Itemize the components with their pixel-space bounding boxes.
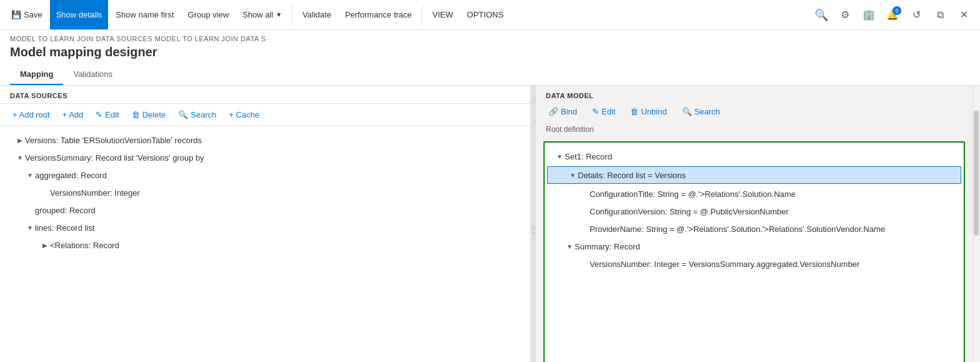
delete-label: Delete — [142, 110, 166, 119]
panel-splitter[interactable]: ⋮ — [531, 86, 536, 362]
tree-label: grouped: Record — [35, 206, 96, 215]
edit-button[interactable]: ✎ Edit — [93, 109, 121, 121]
validate-button[interactable]: Validate — [296, 0, 337, 29]
page-title: Model mapping designer — [10, 45, 970, 59]
dm-search-button[interactable]: 🔍 Search — [680, 106, 723, 118]
tree-row[interactable]: ConfigurationTitle: String = @.'>Relatio… — [545, 185, 964, 203]
tree-label: Details: Record list = Versions — [578, 171, 686, 180]
tree-toggle — [580, 189, 590, 199]
datasources-header: DATA SOURCES — [0, 86, 530, 104]
delete-button[interactable]: 🗑 Delete — [129, 109, 169, 121]
tree-toggle[interactable]: ▶ — [40, 240, 50, 250]
tree-label: ConfigurationTitle: String = @.'>Relatio… — [590, 189, 796, 199]
tree-row[interactable]: ▼ aggregated: Record — [0, 166, 530, 184]
show-details-label: Show details — [56, 10, 102, 19]
show-all-button[interactable]: Show all ▼ — [236, 0, 288, 29]
scrollbar-thumb — [974, 111, 979, 236]
show-name-first-button[interactable]: Show name first — [109, 0, 180, 29]
tab-validations[interactable]: Validations — [63, 64, 122, 85]
tree-row[interactable]: ▼ lines: Record list — [0, 219, 530, 236]
view-button[interactable]: VIEW — [426, 0, 459, 29]
edit-icon: ✎ — [96, 110, 102, 119]
office-button[interactable]: 🏢 — [858, 4, 880, 26]
tab-mapping[interactable]: Mapping — [10, 64, 63, 85]
bind-icon: 🔗 — [548, 107, 558, 116]
tree-toggle[interactable]: ▼ — [568, 170, 578, 180]
unbind-label: Unbind — [641, 107, 666, 116]
tree-toggle[interactable]: ▼ — [25, 223, 35, 233]
tree-row[interactable]: ▼ Summary: Record — [545, 238, 964, 255]
datasources-tree[interactable]: ▶ Versions: Table 'ERSolutionVersionTabl… — [0, 126, 530, 362]
notification-badge: 0 — [893, 6, 901, 15]
settings-button[interactable]: ⚙ — [834, 4, 856, 26]
delete-icon: 🗑 — [132, 110, 140, 119]
performance-trace-button[interactable]: Performance trace — [339, 0, 418, 29]
tree-label: <Relations: Record — [50, 241, 119, 250]
main-toolbar: 💾 Save Show details Show name first Grou… — [0, 0, 980, 30]
options-label: OPTIONS — [467, 10, 504, 19]
tree-row[interactable]: ProviderName: String = @.'>Relations'.So… — [545, 220, 964, 238]
add-button[interactable]: + Add — [60, 109, 86, 121]
search-icon: 🔍 — [814, 8, 828, 22]
view-label: VIEW — [432, 10, 453, 19]
datamodel-tree[interactable]: ▼ Set1: Record ▼ Details: Record list = … — [543, 141, 965, 362]
tree-label: Summary: Record — [575, 242, 640, 251]
popout-icon: ⧉ — [937, 9, 944, 21]
toolbar-separator-1 — [292, 6, 292, 24]
root-definition: Root definition — [536, 123, 973, 139]
main-content: DATA SOURCES + Add root + Add ✎ Edit 🗑 D… — [0, 86, 980, 362]
popout-button[interactable]: ⧉ — [929, 4, 951, 26]
tree-toggle[interactable]: ▼ — [555, 151, 565, 161]
tree-toggle[interactable]: ▼ — [565, 241, 575, 251]
tree-toggle — [580, 206, 590, 216]
search-label: Search — [695, 107, 720, 116]
tree-row[interactable]: VersionsNumber: Integer — [0, 184, 530, 201]
bind-button[interactable]: 🔗 Bind — [546, 106, 580, 118]
tree-row[interactable]: ▼ Set1: Record — [545, 148, 964, 165]
refresh-icon: ↺ — [913, 9, 921, 21]
unbind-button[interactable]: 🗑 Unbind — [628, 106, 669, 118]
tree-row[interactable]: VersionsNumber: Integer = VersionsSummar… — [545, 255, 964, 273]
search-toolbar-button[interactable]: 🔍 — [810, 4, 833, 26]
tree-row[interactable]: ▶ <Relations: Record — [0, 236, 530, 254]
edit-label: Edit — [105, 110, 119, 119]
add-label: + Add — [62, 110, 84, 119]
show-name-first-label: Show name first — [116, 10, 174, 19]
save-icon: 💾 — [11, 10, 21, 19]
cache-label: + Cache — [229, 110, 259, 119]
search-button[interactable]: 🔍 Search — [176, 109, 219, 121]
tree-toggle[interactable]: ▼ — [25, 170, 35, 180]
tree-label: VersionsNumber: Integer — [50, 188, 140, 198]
close-button[interactable]: ✕ — [953, 4, 975, 26]
add-root-button[interactable]: + Add root — [10, 109, 52, 121]
add-root-label: + Add root — [12, 110, 50, 119]
right-scrollbar[interactable] — [973, 86, 980, 362]
save-button[interactable]: 💾 Save — [5, 0, 49, 29]
tree-row[interactable]: ConfigurationVersion: String = @.PublicV… — [545, 203, 964, 220]
cache-button[interactable]: + Cache — [226, 109, 262, 121]
tree-toggle — [40, 188, 50, 198]
tree-label: ConfigurationVersion: String = @.PublicV… — [590, 207, 789, 216]
search-icon: 🔍 — [682, 107, 692, 116]
show-details-button[interactable]: Show details — [50, 0, 109, 29]
tree-row[interactable]: grouped: Record — [0, 201, 530, 219]
tree-row[interactable]: ▶ Versions: Table 'ERSolutionVersionTabl… — [0, 131, 530, 149]
tree-toggle[interactable]: ▼ — [15, 153, 25, 163]
group-view-button[interactable]: Group view — [182, 0, 235, 29]
tree-toggle — [25, 205, 35, 215]
tree-label: Set1: Record — [565, 152, 612, 161]
show-all-label: Show all — [242, 10, 273, 19]
refresh-button[interactable]: ↺ — [905, 4, 928, 26]
dm-edit-button[interactable]: ✎ Edit — [590, 106, 618, 118]
tree-row[interactable]: ▼ VersionsSummary: Record list 'Versions… — [0, 149, 530, 166]
group-view-label: Group view — [188, 10, 229, 19]
tree-label: VersionsNumber: Integer = VersionsSummar… — [590, 259, 859, 269]
tabs-row: Mapping Validations — [10, 64, 970, 85]
search-icon: 🔍 — [178, 110, 188, 119]
office-icon: 🏢 — [863, 9, 875, 21]
save-label: Save — [24, 10, 42, 19]
notification-button[interactable]: 🔔 0 — [881, 4, 904, 26]
options-button[interactable]: OPTIONS — [461, 0, 510, 29]
tree-toggle[interactable]: ▶ — [15, 135, 25, 145]
tree-row-highlighted[interactable]: ▼ Details: Record list = Versions — [547, 166, 961, 184]
